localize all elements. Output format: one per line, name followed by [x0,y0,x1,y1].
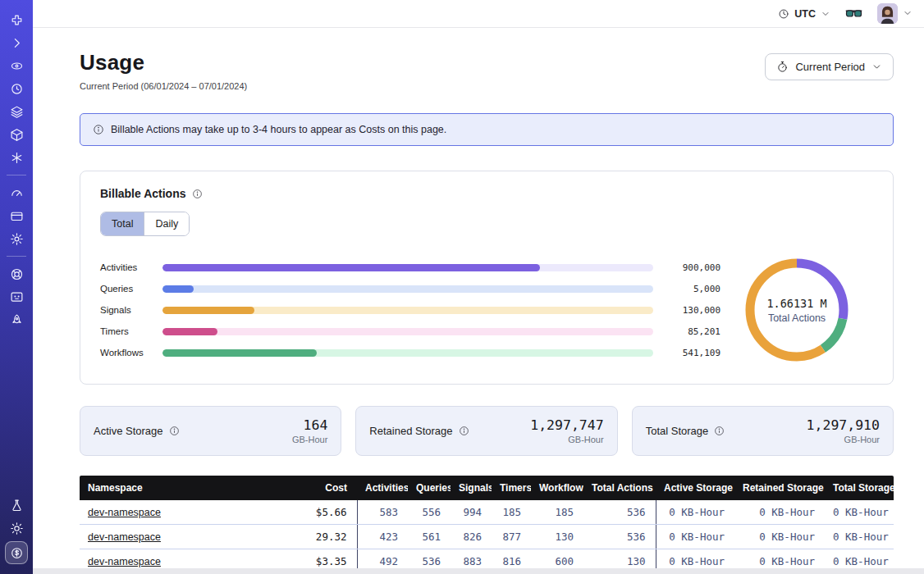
stopwatch-icon [776,61,789,73]
bar-label: Workflows [100,348,162,358]
bar-track [162,328,653,335]
storage-card-label: Total Storage [646,425,709,437]
bar-label: Timers [100,326,162,336]
bar-track [162,264,653,271]
chevron-down-icon [821,9,830,19]
billable-actions-card: Billable Actions Total Daily Activities … [80,171,894,385]
sidebar-divider [7,256,26,257]
clock-icon [778,8,789,20]
tab-total[interactable]: Total [101,212,144,235]
queries-cell: 561 [408,525,451,549]
info-icon [93,124,104,135]
storage-card-unit: GB-Hour [292,435,327,444]
bar-value: 130,000 [653,305,720,316]
bar-row-timers: Timers 85,201 [100,321,720,342]
sidebar-expand-chevron-icon[interactable] [5,33,28,52]
glasses-icon[interactable] [845,8,862,20]
namespace-link[interactable]: dev-namespace [88,556,161,567]
layers-icon[interactable] [5,102,28,121]
bar-row-workflows: Workflows 541,109 [100,342,720,363]
main-content: Usage Current Period (06/01/2024 – 07/01… [33,29,924,574]
info-icon[interactable] [459,426,469,436]
col-queries: Queries [408,476,451,500]
storage-card-value: 164 [292,417,327,433]
queries-cell: 556 [408,500,451,525]
banner-text: Billable Actions may take up to 3-4 hour… [111,124,446,135]
bar-value: 5,000 [653,284,720,294]
usage-coin-icon[interactable] [5,541,28,564]
timers-cell: 877 [492,525,531,549]
total-actions-cell: 536 [583,525,656,549]
sidebar [0,0,33,574]
feedback-screen-icon[interactable] [5,287,28,307]
bar-label: Activities [100,262,162,272]
table-row: dev-namespace 29.32 423 561 826 877 130 … [80,525,894,549]
col-workflows: Workflows [531,476,583,500]
info-icon[interactable] [169,426,180,436]
next-section-edge [0,568,924,574]
bar-value: 900,000 [653,262,720,273]
total-storage-card: Total Storage 1,297,910 GB-Hour [632,406,894,456]
col-active-storage: Active Storage [656,476,734,500]
lifebuoy-icon[interactable] [5,264,28,284]
namespace-link[interactable]: dev-namespace [88,507,161,518]
storage-summary-row: Active Storage 164 GB-Hour Retained Stor… [80,406,894,456]
cost-cell: $5.66 [275,500,357,525]
active-storage-cell: 0 KB-Hour [656,500,734,525]
bar-row-activities: Activities 900,000 [100,257,720,278]
asterisk-icon[interactable] [5,148,28,167]
total-actions-cell: 536 [583,500,656,525]
bar-row-queries: Queries 5,000 [100,278,720,299]
table-header-row: Namespace Cost Activities Queries Signal… [80,476,894,500]
activities-cell: 423 [357,525,408,549]
rocket-icon[interactable] [5,310,28,330]
flask-icon[interactable] [5,495,28,515]
col-retained-storage: Retained Storage [734,476,825,500]
signals-cell: 826 [451,525,492,549]
gauge-icon[interactable] [5,183,28,203]
retained-storage-cell: 0 KB-Hour [734,500,825,525]
billable-actions-title: Billable Actions [100,187,186,200]
bar-fill [162,349,317,357]
info-banner: Billable Actions may take up to 3-4 hour… [80,113,894,146]
eye-icon[interactable] [5,56,28,75]
bar-track [162,285,653,293]
timers-cell: 185 [492,500,531,525]
cube-icon[interactable] [5,125,28,144]
period-button-label: Current Period [795,61,865,73]
chevron-down-icon [903,7,913,21]
bar-label: Queries [100,284,162,294]
table-row: dev-namespace $5.66 583 556 994 185 185 … [80,500,894,525]
timezone-selector[interactable]: UTC [778,8,830,20]
billing-card-icon[interactable] [5,206,28,226]
gear-icon[interactable] [5,229,28,248]
period-dropdown-button[interactable]: Current Period [765,53,894,80]
col-signals: Signals [451,476,492,500]
info-icon[interactable] [192,189,203,199]
bar-track [162,349,653,357]
info-icon[interactable] [714,426,725,436]
workflows-cell: 130 [531,525,583,549]
col-activities: Activities [357,476,408,500]
timezone-label: UTC [794,8,816,20]
retained-storage-card: Retained Storage 1,297,747 GB-Hour [355,406,617,456]
total-daily-tab-group: Total Daily [100,212,190,236]
chevron-down-icon [871,61,882,72]
bar-value: 85,201 [653,326,720,337]
history-clock-icon[interactable] [5,79,28,98]
bar-label: Signals [100,305,162,315]
bar-value: 541,109 [653,348,720,358]
temporal-logo-icon[interactable] [5,10,28,30]
col-namespace: Namespace [80,476,275,500]
storage-card-label: Retained Storage [369,425,452,437]
sun-icon[interactable] [5,518,28,538]
tab-daily[interactable]: Daily [144,212,189,235]
active-storage-card: Active Storage 164 GB-Hour [80,406,341,456]
namespace-link[interactable]: dev-namespace [88,531,161,543]
top-bar: UTC [33,0,924,28]
page-title: Usage [80,50,247,75]
donut-center-label: Total Actions [768,312,826,324]
cost-cell: 29.32 [275,525,357,549]
col-total-storage: Total Storage [825,476,894,500]
user-menu[interactable] [877,3,913,24]
